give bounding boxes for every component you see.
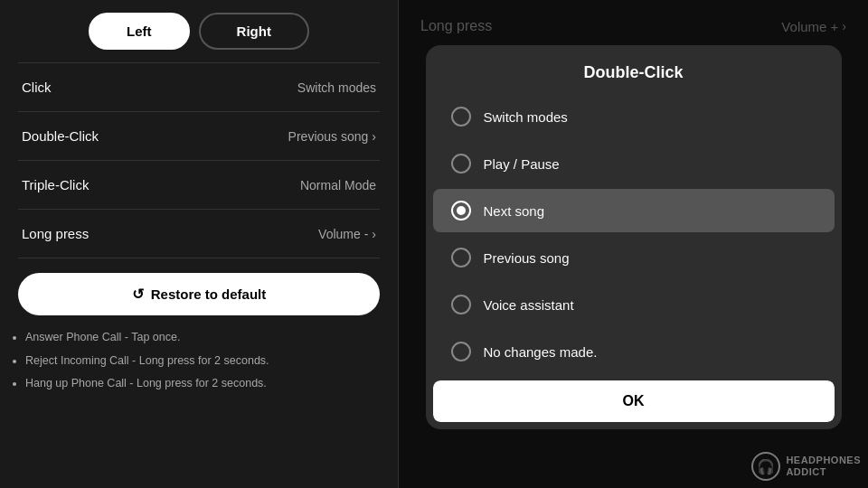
watermark-icon: 🎧 bbox=[751, 452, 780, 481]
menu-item-triple-click[interactable]: Triple-Click Normal Mode bbox=[0, 161, 398, 209]
radio-circle-play-pause bbox=[451, 154, 471, 174]
radio-group: Switch modes Play / Pause Next song Prev… bbox=[426, 95, 842, 373]
watermark-text: HEADPHONES ADDICT bbox=[786, 455, 861, 478]
restore-button[interactable]: ↺ Restore to default bbox=[18, 273, 380, 315]
long-press-label: Long press bbox=[22, 226, 89, 241]
long-press-value: Volume - › bbox=[318, 227, 376, 241]
divider-4 bbox=[18, 258, 380, 258]
radio-circle-no-changes bbox=[451, 342, 471, 361]
radio-circle-switch-modes bbox=[451, 107, 471, 127]
triple-click-label: Triple-Click bbox=[22, 177, 89, 192]
info-item-3: Hang up Phone Call - Long press for 2 se… bbox=[25, 376, 380, 392]
modal-title: Double-Click bbox=[426, 45, 842, 95]
option-switch-modes[interactable]: Switch modes bbox=[433, 95, 835, 138]
right-panel: Long press Volume + › Double-Click Switc… bbox=[399, 0, 868, 488]
info-item-2: Reject Incoming Call - Long press for 2 … bbox=[25, 353, 380, 370]
radio-circle-voice-assistant bbox=[451, 295, 471, 314]
restore-label: Restore to default bbox=[151, 286, 267, 302]
option-label-voice-assistant: Voice assistant bbox=[484, 297, 574, 313]
double-click-chevron: › bbox=[372, 129, 376, 144]
option-previous-song[interactable]: Previous song bbox=[433, 236, 835, 279]
radio-circle-previous-song bbox=[451, 248, 471, 267]
option-no-changes[interactable]: No changes made. bbox=[433, 330, 835, 373]
ok-button[interactable]: OK bbox=[433, 380, 835, 422]
option-play-pause[interactable]: Play / Pause bbox=[433, 142, 835, 185]
option-voice-assistant[interactable]: Voice assistant bbox=[433, 283, 835, 326]
option-label-previous-song: Previous song bbox=[484, 250, 570, 266]
double-click-label: Double-Click bbox=[22, 128, 99, 144]
radio-dot-next-song bbox=[457, 206, 466, 215]
menu-item-double-click[interactable]: Double-Click Previous song › bbox=[0, 112, 398, 160]
option-next-song[interactable]: Next song bbox=[433, 189, 835, 232]
info-list: Answer Phone Call - Tap once. Reject Inc… bbox=[0, 326, 398, 399]
option-label-switch-modes: Switch modes bbox=[484, 109, 568, 125]
double-click-value: Previous song › bbox=[288, 129, 376, 144]
tab-right[interactable]: Right bbox=[199, 13, 309, 50]
menu-item-click[interactable]: Click Switch modes bbox=[0, 63, 398, 111]
tab-row: Left Right bbox=[0, 0, 398, 62]
option-label-play-pause: Play / Pause bbox=[484, 156, 560, 172]
triple-click-value: Normal Mode bbox=[300, 178, 376, 192]
left-panel: Left Right Click Switch modes Double-Cli… bbox=[0, 0, 398, 488]
tab-left[interactable]: Left bbox=[89, 13, 190, 50]
option-label-next-song: Next song bbox=[484, 203, 545, 219]
menu-item-long-press[interactable]: Long press Volume - › bbox=[0, 210, 398, 258]
option-label-no-changes: No changes made. bbox=[484, 344, 598, 360]
info-item-1: Answer Phone Call - Tap once. bbox=[25, 330, 380, 346]
radio-circle-next-song bbox=[451, 201, 471, 221]
modal-footer: OK bbox=[433, 380, 835, 422]
restore-icon: ↺ bbox=[132, 286, 144, 303]
watermark: 🎧 HEADPHONES ADDICT bbox=[751, 452, 861, 481]
click-value: Switch modes bbox=[297, 80, 376, 95]
modal-overlay: Double-Click Switch modes Play / Pause N… bbox=[399, 0, 868, 488]
click-label: Click bbox=[22, 80, 52, 95]
long-press-chevron: › bbox=[372, 227, 376, 241]
modal: Double-Click Switch modes Play / Pause N… bbox=[426, 45, 842, 429]
